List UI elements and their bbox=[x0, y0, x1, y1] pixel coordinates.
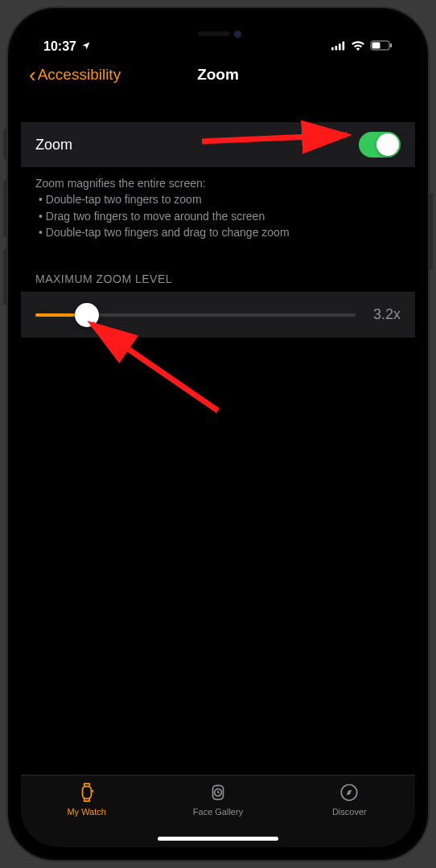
zoom-toggle-cell[interactable]: Zoom bbox=[21, 122, 415, 167]
zoom-hint-header: Zoom magnifies the entire screen: bbox=[35, 175, 401, 191]
side-button-volume-up bbox=[3, 181, 8, 237]
screen: 10:37 bbox=[21, 21, 415, 847]
svg-rect-1 bbox=[335, 46, 338, 50]
tab-discover[interactable]: Discover bbox=[284, 782, 414, 847]
phone-frame: 10:37 bbox=[8, 8, 428, 860]
back-button[interactable]: ‹ Accessibility bbox=[21, 64, 121, 85]
svg-rect-2 bbox=[339, 43, 341, 50]
slider-knob[interactable] bbox=[75, 303, 99, 327]
chevron-left-icon: ‹ bbox=[29, 64, 36, 85]
slider-section-title: MAXIMUM ZOOM LEVEL bbox=[21, 240, 415, 292]
home-indicator[interactable] bbox=[158, 837, 278, 841]
toggle-knob bbox=[376, 133, 399, 156]
annotation-arrow-slider bbox=[77, 314, 230, 419]
zoom-hint-bullet: Double-tap two fingers and drag to chang… bbox=[39, 224, 401, 240]
wifi-icon bbox=[351, 39, 365, 54]
svg-rect-0 bbox=[331, 47, 334, 51]
content: Zoom Zoom magnifies the entire screen: bbox=[21, 100, 415, 338]
svg-rect-9 bbox=[82, 786, 91, 798]
zoom-toggle[interactable] bbox=[359, 132, 401, 158]
svg-rect-5 bbox=[390, 43, 392, 47]
zoom-level-slider[interactable] bbox=[35, 313, 356, 317]
zoom-hint-bullet: Double-tap two fingers to zoom bbox=[39, 191, 401, 207]
tab-my-watch[interactable]: My Watch bbox=[22, 782, 152, 847]
battery-icon bbox=[370, 39, 393, 54]
svg-line-8 bbox=[92, 324, 218, 411]
nav-bar: ‹ Accessibility Zoom bbox=[21, 61, 415, 100]
tab-bar: My Watch Face Gallery bbox=[21, 775, 415, 847]
notch bbox=[130, 21, 306, 45]
zoom-hint: Zoom magnifies the entire screen: Double… bbox=[21, 167, 415, 240]
side-button-power bbox=[428, 193, 433, 270]
tab-label: Discover bbox=[332, 807, 367, 817]
side-button-silence bbox=[3, 129, 8, 159]
watch-face-icon bbox=[208, 782, 228, 805]
back-label: Accessibility bbox=[38, 66, 121, 84]
svg-rect-6 bbox=[372, 43, 380, 49]
watch-icon bbox=[76, 782, 97, 805]
annotation-arrow-toggle bbox=[198, 117, 359, 154]
svg-line-7 bbox=[202, 135, 347, 141]
compass-icon bbox=[339, 782, 360, 805]
zoom-hint-bullet: Drag two fingers to move around the scre… bbox=[39, 208, 401, 224]
side-button-volume-down bbox=[3, 249, 8, 305]
location-arrow-icon bbox=[81, 41, 91, 53]
svg-rect-10 bbox=[92, 790, 93, 792]
svg-rect-3 bbox=[343, 42, 345, 51]
zoom-level-value: 3.2x bbox=[367, 306, 401, 323]
tab-label: Face Gallery bbox=[193, 807, 243, 817]
cellular-signal-icon bbox=[331, 39, 346, 54]
tab-label: My Watch bbox=[67, 807, 106, 817]
status-time: 10:37 bbox=[43, 39, 76, 54]
zoom-level-slider-cell: 3.2x bbox=[21, 292, 415, 338]
zoom-toggle-label: Zoom bbox=[35, 137, 72, 154]
